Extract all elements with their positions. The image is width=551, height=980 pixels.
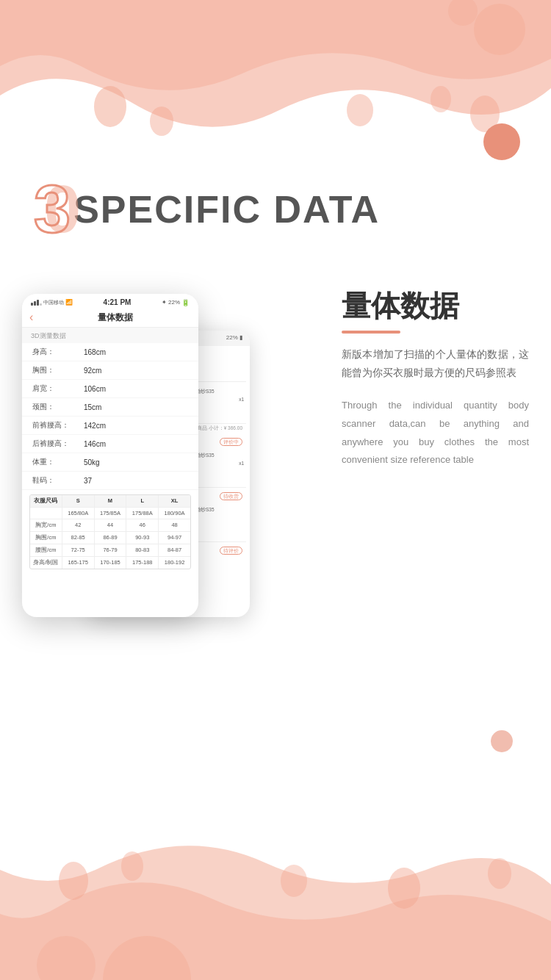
- pf-cell-04: 180/90A: [159, 508, 190, 519]
- content-desc-cn: 新版本增加了扫描的个人量体的数据，这能曾为你买衣服时最方便的尺码参照表: [342, 345, 529, 382]
- pf-cell-14: 48: [159, 519, 190, 531]
- pf-cell-30: 腰围/cm: [30, 544, 62, 556]
- pb-qty-2: x1: [239, 460, 244, 467]
- pf-back-button[interactable]: ‹: [29, 311, 33, 324]
- pf-label-chest: 胸围：: [32, 365, 84, 375]
- pf-value-back-hip: 146cm: [84, 440, 106, 448]
- pf-cell-21: 82-85: [62, 532, 95, 544]
- pf-cell-20: 胸围/cm: [30, 532, 62, 544]
- pf-row-neck: 颈围： 15cm: [22, 398, 198, 417]
- pf-label-height: 身高：: [32, 347, 84, 357]
- pf-row-weight: 体重： 50kg: [22, 453, 198, 472]
- page: 0 3 SPECIFIC DATA ●●●○ 中国移动 ✦ 22% ▮ 查看售后…: [0, 0, 551, 980]
- pf-table-header-row: 衣服尺码 S M L XL: [30, 495, 190, 508]
- pf-cell-40: 身高/制国: [30, 557, 62, 569]
- pf-row-shoulder: 肩宽： 106cm: [22, 380, 198, 398]
- pf-section-label: 3D测量数据: [22, 328, 198, 343]
- pf-cell-41: 165-175: [62, 557, 95, 569]
- pf-size-table: 衣服尺码 S M L XL 165/80A 175/85A 175/88A 18…: [29, 494, 191, 569]
- pf-wifi-icon: 📶: [65, 299, 73, 306]
- section-num-outline: 3: [34, 176, 68, 242]
- section-header: 0 3 SPECIFIC DATA: [44, 176, 380, 242]
- pf-cell-33: 80-83: [126, 544, 159, 556]
- pf-th-l: L: [126, 495, 159, 507]
- pf-table-row-1: 胸宽/cm 42 44 46 48: [30, 519, 190, 532]
- pf-battery-text: 22%: [168, 299, 180, 306]
- content-title-cn: 量体数据: [342, 287, 529, 325]
- pf-cell-02: 175/85A: [95, 508, 127, 519]
- pf-label-neck: 颈围：: [32, 402, 84, 412]
- pf-cell-03: 175/88A: [126, 508, 159, 519]
- pb-btn-receive[interactable]: 待收货: [220, 492, 242, 500]
- content-right: 量体数据 新版本增加了扫描的个人量体的数据，这能曾为你买衣服时最方便的尺码参照表…: [342, 287, 529, 469]
- pf-battery-icon: 🔋: [181, 299, 190, 306]
- pf-bar-4: [40, 303, 42, 306]
- pb-btn-review[interactable]: 评价中: [220, 438, 242, 446]
- pf-cell-23: 90-93: [126, 532, 159, 544]
- pf-label-shoe: 鞋码：: [32, 475, 84, 486]
- pf-value-shoe: 37: [84, 477, 92, 485]
- pf-th-size: 衣服尺码: [30, 495, 62, 507]
- content-divider: [342, 331, 400, 334]
- pf-cell-11: 42: [62, 519, 95, 531]
- pf-nav: ‹ 量体数据: [22, 308, 198, 328]
- pf-row-chest: 胸围： 92cm: [22, 361, 198, 380]
- pf-label-shoulder: 肩宽：: [32, 383, 84, 394]
- pf-cell-43: 175-188: [126, 557, 159, 569]
- pf-status-left: 中国移动 📶: [31, 299, 73, 306]
- pf-value-weight: 50kg: [84, 458, 100, 466]
- pf-row-front-hip: 前裤腰高： 142cm: [22, 417, 198, 435]
- pf-th-m: M: [95, 495, 127, 507]
- pf-cell-42: 170-185: [95, 557, 127, 569]
- pf-value-neck: 15cm: [84, 403, 101, 411]
- pf-row-height: 身高： 168cm: [22, 343, 198, 361]
- pf-bar-3: [37, 300, 39, 306]
- pf-table-row-4: 身高/制国 165-175 170-185 175-188 180-192: [30, 557, 190, 569]
- deco-circle-bottom-right: [491, 730, 513, 752]
- pf-value-height: 168cm: [84, 348, 106, 356]
- pf-cell-10: 胸宽/cm: [30, 519, 62, 531]
- pf-time: 4:21 PM: [104, 298, 132, 306]
- pf-status-right: ✦ 22% 🔋: [162, 299, 190, 306]
- pf-table-row-3: 腰围/cm 72-75 76-79 80-83 84-87: [30, 544, 190, 557]
- pf-cell-44: 180-192: [159, 557, 190, 569]
- pb-btn-evaluate[interactable]: 待评价: [220, 547, 242, 555]
- pf-nav-title: 量体数据: [39, 311, 191, 324]
- pf-label-front-hip: 前裤腰高：: [32, 420, 84, 430]
- pf-cell-13: 46: [126, 519, 159, 531]
- pf-row-shoe: 鞋码： 37: [22, 472, 198, 490]
- section-title: SPECIFIC DATA: [73, 190, 380, 228]
- pf-label-weight: 体重：: [32, 457, 84, 467]
- pf-status-bar: 中国移动 📶 4:21 PM ✦ 22% 🔋: [22, 294, 198, 308]
- pf-table-row-2: 胸围/cm 82-85 86-89 90-93 94-97: [30, 532, 190, 544]
- pf-cell-34: 84-87: [159, 544, 190, 556]
- deco-circle-top-right: [483, 123, 520, 160]
- pb-qty-1: x1: [239, 396, 244, 403]
- phone-front: 中国移动 📶 4:21 PM ✦ 22% 🔋 ‹ 量体数据 3D测量数据 身高：: [22, 294, 198, 617]
- pf-table-row-0: 165/80A 175/85A 175/88A 180/90A: [30, 508, 190, 519]
- pf-bar-1: [31, 303, 33, 306]
- pb-status-right: 22% ▮: [226, 334, 242, 342]
- pf-cell-24: 94-97: [159, 532, 190, 544]
- pf-signal-icon: [31, 300, 42, 306]
- pf-label-back-hip: 后裤腰高：: [32, 439, 84, 449]
- pf-cell-00: [30, 508, 62, 519]
- pf-cell-01: 165/80A: [62, 508, 95, 519]
- pf-th-xl: XL: [159, 495, 190, 507]
- phones-area: ●●●○ 中国移动 ✦ 22% ▮ 查看售后 订单号：548649789 全部 …: [22, 294, 360, 661]
- pf-cell-32: 76-79: [95, 544, 127, 556]
- pf-row-back-hip: 后裤腰高： 146cm: [22, 435, 198, 453]
- pf-th-s: S: [62, 495, 95, 507]
- pf-cell-12: 44: [95, 519, 127, 531]
- pf-cell-22: 86-89: [95, 532, 127, 544]
- pf-value-chest: 92cm: [84, 367, 101, 375]
- pf-bluetooth-icon: ✦: [162, 299, 167, 306]
- pf-carrier: 中国移动: [43, 299, 64, 306]
- content-desc-en: Through the individual quantity body sca…: [342, 397, 529, 469]
- pf-value-front-hip: 142cm: [84, 422, 106, 430]
- pf-cell-31: 72-75: [62, 544, 95, 556]
- pf-value-shoulder: 106cm: [84, 385, 106, 393]
- pf-bar-2: [34, 301, 36, 306]
